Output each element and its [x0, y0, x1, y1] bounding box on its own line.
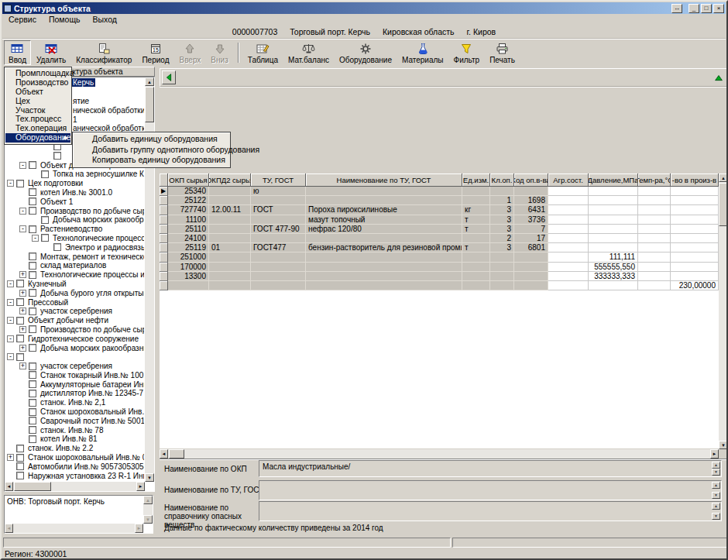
grid-cell[interactable]: [462, 196, 490, 205]
grid-cell[interactable]: [251, 234, 306, 243]
tree-item-label[interactable]: Добыча бурого угля открытым: [39, 289, 144, 297]
grid-cell[interactable]: [209, 215, 251, 225]
tree-item-label[interactable]: участок серебрения: [39, 307, 114, 315]
grid-cell[interactable]: [490, 253, 514, 262]
grid-row-indicator[interactable]: [160, 253, 168, 262]
grid-cell[interactable]: [589, 243, 638, 253]
grid-cell[interactable]: 1: [490, 196, 514, 205]
tree-item[interactable]: склад материалов: [6, 261, 144, 270]
grid-cell[interactable]: ГОСТ: [251, 205, 306, 215]
submenu-item[interactable]: Копировать единицу оборудования: [74, 155, 229, 166]
grid-row-indicator[interactable]: [160, 243, 168, 253]
grid-column-header[interactable]: Кл.оп.: [490, 173, 514, 187]
restore-button[interactable]: □: [701, 4, 712, 13]
grid-cell[interactable]: [514, 281, 548, 290]
grid-cell[interactable]: [638, 281, 671, 290]
grid-cell[interactable]: 3: [490, 205, 514, 215]
tree-item[interactable]: -Производство по добыче сыро: [6, 206, 144, 215]
tree-expand-toggle[interactable]: -: [32, 235, 39, 242]
tree-checkbox[interactable]: [16, 353, 24, 361]
grid-cell[interactable]: 01: [209, 243, 251, 253]
grid-cell[interactable]: [209, 196, 251, 205]
tree-item[interactable]: Монтаж, ремонт и техническое: [6, 252, 144, 261]
grid-cell[interactable]: [251, 196, 306, 205]
tree-expand-toggle[interactable]: -: [19, 208, 26, 215]
tree-item[interactable]: Электро и радиосвязь: [6, 242, 144, 252]
grid-cell[interactable]: [548, 263, 589, 272]
grid-cell[interactable]: [638, 215, 671, 225]
grid-cell[interactable]: [589, 234, 638, 243]
grid-column-header[interactable]: -во в произ-в: [671, 173, 719, 187]
tree-item[interactable]: Автомобили Инв.№ 90573053058: [6, 462, 144, 471]
tree-checkbox[interactable]: [29, 262, 36, 270]
grid-cell[interactable]: 3: [490, 215, 514, 225]
tree-item[interactable]: станок. Инв.№ 2,1: [6, 398, 144, 407]
hazard-ref-name-input[interactable]: ▲▼: [259, 501, 722, 521]
tree-checkbox[interactable]: [29, 371, 36, 379]
toolbar-button[interactable]: Материалы: [397, 40, 448, 65]
toolbar-button[interactable]: Оборудование: [335, 40, 397, 65]
grid-cell[interactable]: 111,111: [589, 253, 638, 262]
tree-checkbox[interactable]: [29, 390, 36, 397]
grid-horizontal-scrollbar[interactable]: ◄ ►: [160, 449, 719, 459]
tree-checkbox[interactable]: [29, 435, 36, 443]
grid-row-indicator[interactable]: [160, 215, 168, 225]
onv-horizontal-scrollbar[interactable]: ◄ ►: [5, 524, 143, 533]
grid-cell[interactable]: [251, 253, 306, 262]
tree-item[interactable]: станок. Инв.№ 2.2: [6, 444, 144, 453]
grid-cell[interactable]: 3: [490, 243, 514, 253]
menu-item[interactable]: Оборудование▶: [5, 133, 70, 143]
tree-expand-toggle[interactable]: +: [19, 307, 26, 314]
grid-column-header[interactable]: Агр.сост.: [548, 173, 589, 187]
tree-checkbox[interactable]: [16, 454, 24, 462]
tree-expand-toggle[interactable]: +: [19, 326, 26, 333]
tree-item-label[interactable]: Наружная установкка 23 R-1 Инв.№: [26, 472, 144, 480]
grid-cell[interactable]: [462, 272, 490, 281]
grid-cell[interactable]: [514, 253, 548, 262]
grid-cell[interactable]: 25122: [168, 196, 209, 205]
tree-checkbox[interactable]: [41, 170, 49, 178]
grid-cell[interactable]: [671, 187, 719, 196]
menubar-item[interactable]: Сервис: [2, 14, 43, 25]
tree-item-label[interactable]: Цех подготовки: [26, 179, 84, 187]
grid-cell[interactable]: [514, 272, 548, 281]
spin-down-button[interactable]: ▼: [712, 513, 720, 520]
title-bar[interactable]: Структура объекта ↔ _ □ ×: [2, 2, 726, 14]
tree-item[interactable]: +участок серебрения: [6, 362, 144, 371]
grid-cell[interactable]: [306, 281, 462, 290]
tree-expand-toggle[interactable]: -: [19, 162, 26, 169]
tree-item-label[interactable]: Станок шороховальный Инв.N: [39, 407, 144, 416]
grid-row[interactable]: 2512211698: [160, 196, 719, 205]
grid-row-indicator[interactable]: [160, 263, 168, 272]
toolbar-button[interactable]: Ввод: [4, 40, 31, 65]
menubar-item[interactable]: Выход: [87, 14, 123, 25]
tree-expand-toggle[interactable]: +: [19, 362, 26, 369]
tree-item-label[interactable]: дистиллятор Инв.№ 12345-7: [39, 389, 144, 397]
grid-cell[interactable]: [462, 234, 490, 243]
tree-item[interactable]: -Технологические процессы: [6, 234, 144, 243]
grid-cell[interactable]: 2: [490, 234, 514, 243]
grid-cell[interactable]: [209, 187, 251, 196]
grid-cell[interactable]: [548, 253, 589, 262]
tree-checkbox[interactable]: [29, 289, 36, 297]
grid-cell[interactable]: ГОСТ477: [251, 243, 306, 253]
grid-column-header[interactable]: ОКП сырья: [168, 173, 209, 187]
tree-item-label[interactable]: Кузнечный: [26, 280, 68, 288]
scroll-right-arrow[interactable]: ►: [135, 524, 143, 533]
grid-row-indicator[interactable]: [160, 281, 168, 290]
grid-row[interactable]: 230,00000: [160, 281, 719, 290]
submenu-item[interactable]: Добавить единицу оборудования: [74, 134, 229, 145]
okp-name-input[interactable]: Масла индустриальные/ ▲▼: [259, 460, 722, 477]
tu-gost-name-input[interactable]: ▲▼: [259, 480, 722, 500]
scroll-thumb[interactable]: [719, 183, 728, 226]
tree-item-label[interactable]: нической обработки: [71, 106, 144, 115]
tree-item[interactable]: Объект 1: [6, 197, 144, 206]
tree-item-label[interactable]: станок. Инв.№ 78: [39, 426, 105, 435]
grid-cell[interactable]: [306, 263, 462, 272]
scroll-down-arrow[interactable]: ▼: [719, 441, 728, 449]
tree-item-label[interactable]: Керчь: [71, 78, 95, 87]
tree-item[interactable]: котел Инв.№ 81: [6, 435, 144, 444]
menubar-item[interactable]: Помощь: [43, 14, 87, 25]
grid-row-indicator[interactable]: ▶: [160, 187, 168, 196]
toolbar-button[interactable]: Мат.баланс: [283, 40, 334, 65]
